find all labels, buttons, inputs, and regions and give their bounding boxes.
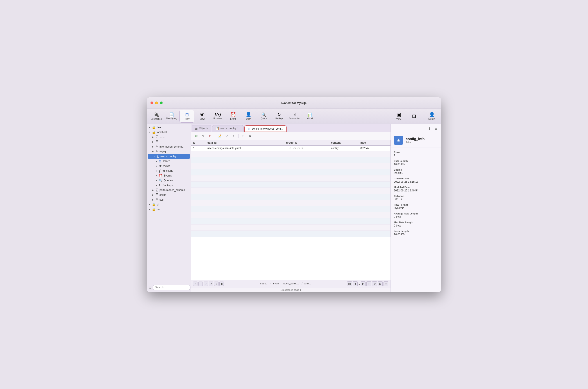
col-header-data-id: data_id [205, 140, 284, 146]
function-icon: ƒ(x) [214, 113, 221, 117]
edit-field-button[interactable]: 📝 [216, 133, 223, 139]
delete-row-button[interactable]: ⊖ [207, 133, 213, 139]
add-status-btn[interactable]: + [193, 282, 198, 286]
table-row-empty11[interactable] [191, 206, 390, 212]
x-status-btn[interactable]: ✕ [209, 282, 213, 286]
sidebar-item-queries[interactable]: ▶ 🔍 Queries [147, 178, 191, 183]
grid-icon-btn[interactable]: ⊞ [434, 126, 439, 131]
table-row-empty14[interactable] [191, 224, 390, 230]
remove-status-btn[interactable]: − [198, 282, 203, 286]
sidebar-item-tables[interactable]: ▶ ⊞ Tables [147, 159, 191, 163]
filter-button[interactable]: ▽ [224, 133, 230, 139]
sidebar-item-sys[interactable]: ▶ 🗄 sys [147, 197, 191, 202]
refresh-status-btn[interactable]: ↻ [214, 282, 218, 286]
sidebar-item-uat[interactable]: ▶ 🔒 uat [147, 207, 191, 212]
function-button[interactable]: ƒ(x) Function [210, 110, 225, 123]
sign-in-icon: 👤 [429, 112, 435, 117]
maximize-button[interactable] [160, 101, 163, 104]
table-row-empty10[interactable] [191, 200, 390, 206]
sidebar-item-sit[interactable]: ▶ 🔒 sit [147, 202, 191, 207]
close-button[interactable] [150, 101, 153, 104]
export-button[interactable]: ⊠ [247, 133, 253, 139]
sidebar-label-nacos: nacos_config [160, 155, 188, 158]
sidebar-item-views[interactable]: ▶ 👁 Views [147, 163, 191, 168]
view-button[interactable]: 👁 View [195, 110, 210, 123]
expand-icon-mysql: ▶ [152, 150, 155, 153]
sign-in-button[interactable]: 👤 Sign In [424, 110, 439, 123]
expand-icon-events: ▶ [156, 175, 159, 177]
new-query-icon: 📄 [169, 113, 174, 117]
sidebar-item-perf[interactable]: ▶ 🗄 performance_schema [147, 188, 191, 193]
tab-config[interactable]: ⊞ config_info@nacos_conf... [244, 126, 286, 132]
last-page-btn[interactable]: ⏭ [366, 281, 371, 286]
table-row[interactable]: 1 nacos-config-client-info.yaml TEST-GRO… [191, 146, 390, 151]
tab-objects[interactable]: ⊞ Objects [192, 125, 211, 132]
edit-row-button[interactable]: ✎ [200, 133, 206, 139]
user-label: User [246, 118, 250, 120]
col-header-md5: md5 [358, 140, 390, 146]
minimize-button[interactable] [155, 101, 158, 104]
info-row: Row Format Dynamic [391, 202, 441, 211]
next-page-btn[interactable]: ▶ [361, 281, 366, 286]
new-query-button[interactable]: 📄 New Query [164, 110, 179, 123]
table-row-empty9[interactable] [191, 194, 390, 200]
sidebar-item-functions[interactable]: ▶ ƒ Functions [147, 168, 191, 173]
table-row-empty6[interactable] [191, 175, 390, 181]
settings-btn[interactable]: ⚙ [372, 281, 377, 286]
info-label: Max Data Length [394, 221, 438, 224]
sidebar-item-events[interactable]: ▶ ⏰ Events [147, 173, 191, 178]
check-status-btn[interactable]: ✓ [204, 282, 208, 286]
sidebar-item-nacos-config[interactable]: ▼ 🗄 nacos_config [148, 154, 190, 159]
model-icon: 📊 [307, 113, 312, 117]
sidebar-item-db1[interactable]: ▶ 🗄 ········ [147, 135, 191, 139]
table-row-empty7[interactable] [191, 181, 390, 188]
table-row-empty13[interactable] [191, 218, 390, 224]
expand-icon-perf: ▶ [152, 189, 155, 191]
sidebar-label-views: Views [163, 164, 189, 167]
view-right2-button[interactable]: ⊡ [407, 110, 421, 123]
table-row-empty8[interactable] [191, 188, 390, 194]
sidebar-item-sakila[interactable]: ▶ 🗄 sakila [147, 193, 191, 197]
sidebar-item-localhost[interactable]: ▼ 🔒 localhost [147, 130, 191, 135]
table-row-empty12[interactable] [191, 212, 390, 218]
prev-page-btn[interactable]: ◀ [353, 281, 358, 286]
add-row-button[interactable]: ⊕ [193, 133, 199, 139]
table-toolbar-sep2 [238, 134, 239, 138]
expand-icon-uat: ▶ [149, 208, 152, 211]
query-icon: 🔍 [261, 113, 266, 117]
main-toolbar: 🔌 Connection 📄 New Query ⊞ Table 👁 View … [147, 109, 441, 124]
table-row-empty5[interactable] [191, 169, 390, 175]
sidebar-bottom: ⊙ [147, 283, 191, 292]
list-view-btn[interactable]: ≡ [383, 281, 388, 286]
sidebar-item-dev[interactable]: ▶ 🔒 dev [147, 125, 191, 130]
toolbar-sep2 [423, 110, 423, 119]
sort-button[interactable]: ↕ [231, 133, 237, 139]
db-icon-db2: 🗄 [155, 140, 158, 144]
info-icon-btn[interactable]: ℹ [426, 126, 432, 131]
event-button[interactable]: ⏰ Event [226, 110, 241, 123]
user-button[interactable]: 👤 User [241, 110, 256, 123]
sidebar-item-information-schema[interactable]: ▶ 🗄 information_schema [147, 144, 191, 149]
sidebar: ▶ 🔒 dev ▼ 🔒 localhost ▶ 🗄 ········ [147, 124, 191, 292]
table-row-empty15[interactable] [191, 230, 390, 237]
model-button[interactable]: 📊 Model [302, 110, 317, 123]
stop-status-btn[interactable]: ⏹ [219, 282, 224, 286]
table-row-empty2[interactable] [191, 151, 390, 157]
refresh-button[interactable]: ⊡ [240, 133, 246, 139]
grid-view-btn[interactable]: ⊞ [378, 281, 383, 286]
connection-button[interactable]: 🔌 Connection [149, 110, 164, 123]
sidebar-item-mysql[interactable]: ▶ 🗄 mysql [147, 149, 191, 154]
tab-query[interactable]: 📋 nacos_config / ... [212, 125, 244, 132]
first-page-btn[interactable]: ⏮ [347, 281, 352, 286]
table-row-empty4[interactable] [191, 163, 390, 169]
sidebar-item-backups[interactable]: ▶ ↻ Backups [147, 183, 191, 188]
search-input[interactable] [153, 285, 190, 290]
backup-button[interactable]: ↻ Backup [272, 110, 286, 123]
table-button[interactable]: ⊞ Table [179, 110, 194, 123]
query-button[interactable]: 🔍 Query [256, 110, 271, 123]
view-right-button[interactable]: ▣ View [391, 110, 406, 123]
main-area: ▶ 🔒 dev ▼ 🔒 localhost ▶ 🗄 ········ [147, 124, 441, 292]
automation-button[interactable]: ☑ Automation [287, 110, 302, 123]
sidebar-item-db2[interactable]: ▶ 🗄 ····· [147, 139, 191, 144]
table-row-empty3[interactable] [191, 157, 390, 163]
